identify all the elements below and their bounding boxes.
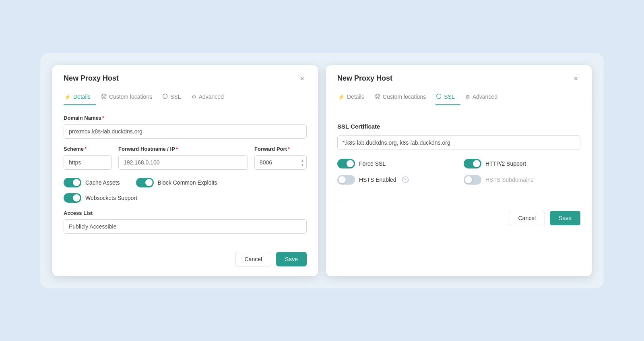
websockets-track bbox=[64, 193, 81, 203]
hsts-subdomains-toggle[interactable] bbox=[464, 175, 481, 185]
block-exploits-label: Block Common Exploits bbox=[158, 179, 217, 186]
tab-ssl-right[interactable]: SSL bbox=[436, 89, 460, 105]
modal-left-close[interactable]: × bbox=[297, 74, 307, 83]
port-input-wrapper: ▲ ▼ bbox=[254, 155, 307, 170]
shield-icon-right bbox=[436, 94, 442, 100]
modal-right-close[interactable]: × bbox=[571, 74, 580, 83]
port-down-arrow[interactable]: ▼ bbox=[301, 162, 304, 166]
three-col-row: Scheme * Forward Hostname / IP * Forward… bbox=[64, 146, 307, 170]
tab-ssl-left[interactable]: SSL bbox=[162, 89, 186, 105]
layers-icon-left bbox=[101, 94, 107, 100]
websockets-toggle-item: Websockets Support bbox=[64, 193, 137, 203]
cache-assets-label: Cache Assets bbox=[85, 179, 120, 186]
port-up-arrow[interactable]: ▲ bbox=[301, 158, 304, 162]
scheme-input[interactable] bbox=[64, 155, 112, 170]
modal-left-footer: Cancel Save bbox=[52, 245, 318, 276]
access-list-field: Access List bbox=[64, 210, 307, 234]
block-exploits-toggle[interactable] bbox=[136, 178, 154, 187]
hsts-enabled-thumb bbox=[339, 176, 346, 183]
forward-hostname-input[interactable] bbox=[118, 155, 248, 170]
cache-assets-track bbox=[64, 178, 81, 187]
port-arrows[interactable]: ▲ ▼ bbox=[301, 158, 304, 166]
modal-right: New Proxy Host × ⚡ Details Custom locati… bbox=[326, 65, 592, 276]
hsts-enabled-toggle-item: HSTS Enabled ? bbox=[337, 175, 454, 185]
cache-assets-toggle-item: Cache Assets bbox=[64, 178, 120, 187]
hsts-help-icon[interactable]: ? bbox=[402, 177, 409, 183]
http2-toggle[interactable] bbox=[464, 159, 481, 168]
outer-container: New Proxy Host × ⚡ Details Custom locati… bbox=[40, 53, 604, 288]
block-exploits-toggle-item: Block Common Exploits bbox=[136, 178, 217, 187]
cancel-button-left[interactable]: Cancel bbox=[235, 252, 271, 266]
modal-left-title: New Proxy Host bbox=[64, 74, 119, 83]
domain-names-input[interactable] bbox=[64, 124, 307, 139]
websockets-toggle[interactable] bbox=[64, 193, 81, 203]
domain-names-label: Domain Names * bbox=[64, 115, 307, 121]
toggles-row-1: Cache Assets Block Common Exploits bbox=[64, 178, 307, 187]
hsts-enabled-toggle[interactable] bbox=[337, 175, 355, 185]
block-exploits-thumb bbox=[145, 179, 153, 186]
hsts-enabled-track bbox=[337, 175, 355, 185]
save-button-right[interactable]: Save bbox=[550, 211, 580, 225]
websockets-thumb bbox=[73, 194, 80, 202]
forward-hostname-field: Forward Hostname / IP * bbox=[118, 146, 248, 170]
modal-left-header: New Proxy Host × bbox=[52, 65, 318, 83]
modal-right-footer: Cancel Save bbox=[326, 204, 592, 235]
layers-icon-right bbox=[375, 94, 380, 100]
domain-names-required: * bbox=[102, 115, 104, 121]
block-exploits-track bbox=[136, 178, 154, 187]
access-list-input[interactable] bbox=[64, 219, 307, 234]
tab-details-left[interactable]: ⚡ Details bbox=[64, 89, 96, 105]
modal-left-tabs: ⚡ Details Custom locations bbox=[52, 89, 318, 105]
ssl-cert-input[interactable] bbox=[337, 135, 580, 150]
http2-toggle-item: HTTP/2 Support bbox=[464, 159, 580, 168]
domain-names-field: Domain Names * bbox=[64, 115, 307, 139]
bolt-icon-right: ⚡ bbox=[338, 94, 345, 100]
bolt-icon-left: ⚡ bbox=[64, 94, 71, 100]
force-ssl-label: Force SSL bbox=[359, 160, 386, 167]
forward-port-input[interactable] bbox=[254, 155, 307, 170]
shield-icon-left bbox=[163, 94, 168, 100]
force-ssl-track bbox=[337, 159, 355, 168]
toggles-row-2: Websockets Support bbox=[64, 193, 307, 203]
tab-details-right[interactable]: ⚡ Details bbox=[337, 89, 370, 105]
access-list-label: Access List bbox=[64, 210, 307, 216]
hsts-subdomains-label: HSTS Subdomains bbox=[485, 177, 533, 183]
hsts-subdomains-thumb bbox=[465, 176, 472, 183]
force-ssl-toggle-item: Force SSL bbox=[337, 159, 454, 168]
gear-icon-left: ⚙ bbox=[192, 94, 196, 100]
force-ssl-thumb bbox=[347, 160, 354, 167]
websockets-label: Websockets Support bbox=[85, 195, 137, 201]
modal-right-body: SSL Certificate Force SSL bbox=[326, 105, 592, 193]
hsts-enabled-label: HSTS Enabled bbox=[359, 177, 396, 183]
modal-left: New Proxy Host × ⚡ Details Custom locati… bbox=[52, 65, 318, 276]
http2-track bbox=[464, 159, 481, 168]
tab-custom-locations-left[interactable]: Custom locations bbox=[100, 89, 158, 105]
modal-right-tabs: ⚡ Details Custom locations bbox=[326, 89, 592, 105]
cancel-button-right[interactable]: Cancel bbox=[509, 211, 545, 225]
forward-port-field: Forward Port * ▲ ▼ bbox=[254, 146, 307, 170]
hsts-subdomains-track bbox=[464, 175, 481, 185]
tab-custom-locations-right[interactable]: Custom locations bbox=[374, 89, 431, 105]
save-button-left[interactable]: Save bbox=[276, 252, 307, 266]
modal-right-title: New Proxy Host bbox=[337, 74, 392, 83]
http2-thumb bbox=[473, 160, 480, 167]
modal-left-body: Domain Names * Scheme * Forward Hostname bbox=[52, 105, 318, 242]
tab-advanced-left[interactable]: ⚙ Advanced bbox=[191, 89, 229, 105]
scheme-field: Scheme * bbox=[64, 146, 112, 170]
gear-icon-right: ⚙ bbox=[465, 94, 470, 100]
tab-advanced-right[interactable]: ⚙ Advanced bbox=[464, 89, 503, 105]
cache-assets-toggle[interactable] bbox=[64, 178, 81, 187]
ssl-toggles-grid: Force SSL HTTP/2 Support bbox=[337, 159, 580, 185]
cache-assets-thumb bbox=[73, 179, 80, 186]
force-ssl-toggle[interactable] bbox=[337, 159, 355, 168]
ssl-cert-field: SSL Certificate bbox=[337, 123, 580, 150]
http2-label: HTTP/2 Support bbox=[485, 160, 526, 167]
hsts-subdomains-toggle-item: HSTS Subdomains bbox=[464, 175, 580, 185]
modal-right-header: New Proxy Host × bbox=[326, 65, 592, 83]
ssl-section-label: SSL Certificate bbox=[337, 123, 580, 130]
